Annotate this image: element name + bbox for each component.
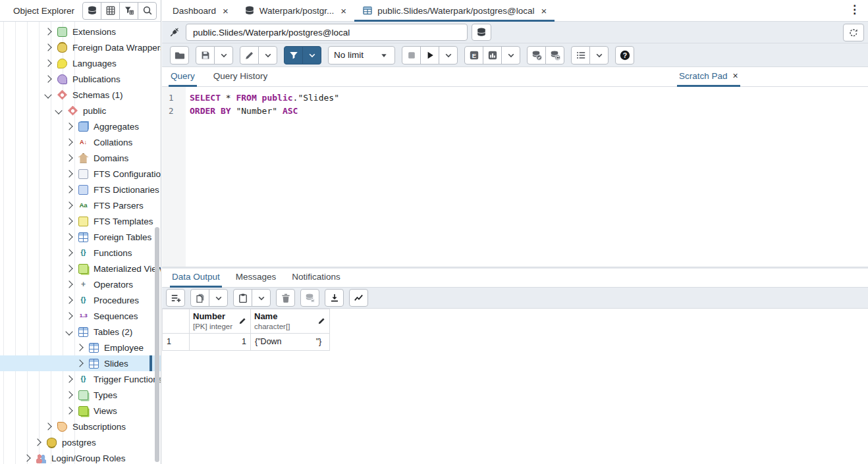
column-header-number[interactable]: Number[PK] integer <box>190 309 251 334</box>
chevron-right-icon[interactable] <box>76 344 83 351</box>
explain-menu-button[interactable] <box>501 46 520 64</box>
filtered-rows-button[interactable] <box>119 2 138 20</box>
chevron-right-icon[interactable] <box>23 454 30 461</box>
tab-dashboard[interactable]: Dashboard× <box>165 0 236 21</box>
close-tab-icon[interactable]: × <box>340 5 346 16</box>
tree-item-fts-configurations[interactable]: FTS Configurations <box>0 166 161 182</box>
chevron-right-icon[interactable] <box>65 249 72 256</box>
chevron-right-icon[interactable] <box>65 201 72 209</box>
chevron-right-icon[interactable] <box>65 407 72 414</box>
search-objects-button[interactable] <box>138 2 157 20</box>
sidebar-scrollbar[interactable] <box>155 227 159 462</box>
tab-messages[interactable]: Messages <box>234 268 279 287</box>
query-tool-button[interactable] <box>101 2 120 20</box>
edit-menu-button[interactable] <box>258 46 277 64</box>
graph-visualiser-button[interactable] <box>349 289 368 307</box>
paste-menu-button[interactable] <box>252 289 271 307</box>
tab-query[interactable]: Query <box>169 67 197 86</box>
tab-data-output[interactable]: Data Output <box>170 268 222 287</box>
tree-item-schemas-1[interactable]: Schemas (1) <box>0 87 161 103</box>
chevron-right-icon[interactable] <box>34 438 41 446</box>
filter-button[interactable] <box>284 46 303 64</box>
tree-item-aggregates[interactable]: Aggregates <box>0 118 161 134</box>
cell-name[interactable]: {"Down "} <box>251 334 330 351</box>
copy-button[interactable] <box>190 289 209 307</box>
tree-item-slides[interactable]: Slides <box>0 355 161 371</box>
chevron-right-icon[interactable] <box>65 280 72 288</box>
paste-button[interactable] <box>233 289 252 307</box>
download-button[interactable] <box>325 289 344 307</box>
stop-button[interactable] <box>402 46 421 64</box>
chevron-right-icon[interactable] <box>65 233 72 240</box>
tab-query-history[interactable]: Query History <box>211 67 270 86</box>
chevron-right-icon[interactable] <box>44 423 51 430</box>
explain-button[interactable]: E <box>464 46 483 64</box>
tree-item-collations[interactable]: A↓Collations <box>0 134 161 150</box>
save-file-menu-button[interactable] <box>214 46 233 64</box>
explain-analyze-button[interactable] <box>483 46 502 64</box>
tree-item-procedures[interactable]: {}Procedures <box>0 292 161 308</box>
close-tab-icon[interactable]: × <box>541 5 547 16</box>
chevron-right-icon[interactable] <box>65 312 72 319</box>
chevron-right-icon[interactable] <box>44 28 51 35</box>
macros-button[interactable] <box>571 46 590 64</box>
help-button[interactable]: ? <box>615 46 634 64</box>
more-menu-icon[interactable]: ⋮ <box>849 3 860 16</box>
tree-item-fts-templates[interactable]: FTS Templates <box>0 213 161 229</box>
tree-item-languages[interactable]: Languages <box>0 55 161 71</box>
chevron-right-icon[interactable] <box>65 186 72 193</box>
edit-column-icon[interactable] <box>317 317 326 327</box>
edit-column-icon[interactable] <box>238 317 247 327</box>
chevron-down-icon[interactable] <box>55 107 62 114</box>
macros-menu-button[interactable] <box>589 46 609 64</box>
tree-item-operators[interactable]: +Operators <box>0 276 161 292</box>
tree-item-employee[interactable]: Employee <box>0 340 161 355</box>
chevron-right-icon[interactable] <box>65 154 72 161</box>
tree-item-domains[interactable]: Domains <box>0 150 161 166</box>
tree-item-functions[interactable]: {}Functions <box>0 245 161 261</box>
add-row-button[interactable] <box>166 289 185 307</box>
close-icon[interactable]: × <box>733 70 738 81</box>
execute-button[interactable] <box>420 46 439 64</box>
tab-scratch-pad[interactable]: Scratch Pad× <box>677 66 740 86</box>
chevron-right-icon[interactable] <box>76 359 83 367</box>
save-file-button[interactable] <box>196 46 215 64</box>
tree-item-fts-parsers[interactable]: AaFTS Parsers <box>0 197 161 213</box>
chevron-right-icon[interactable] <box>65 296 72 303</box>
tree-item-materialized-views[interactable]: Materialized Views <box>0 261 161 276</box>
grid-corner-cell[interactable] <box>162 309 190 334</box>
tree-item-types[interactable]: Types <box>0 387 161 403</box>
tree-item-trigger-functions[interactable]: {}Trigger Functions <box>0 371 161 387</box>
chevron-right-icon[interactable] <box>65 138 72 145</box>
tree-item-fts-dictionaries[interactable]: FTS Dictionaries <box>0 182 161 197</box>
delete-row-button[interactable] <box>276 289 295 307</box>
cell-number[interactable]: 1 <box>190 334 251 351</box>
tree-item-sequences[interactable]: 1..3Sequences <box>0 308 161 324</box>
sql-editor[interactable]: 12 SELECT * FROM public."Slides"ORDER BY… <box>162 87 868 267</box>
column-header-name[interactable]: Namecharacter[] <box>251 309 330 334</box>
tree-item-postgres[interactable]: postgres <box>0 434 161 450</box>
chevron-right-icon[interactable] <box>44 75 51 82</box>
tree-item-foreign-data-wrappers[interactable]: Foreign Data Wrappers <box>0 39 161 55</box>
chevron-right-icon[interactable] <box>65 391 72 398</box>
tree-item-publications[interactable]: Publications <box>0 71 161 87</box>
tab-public-slides-waterpark-postgres-local[interactable]: public.Slides/Waterpark/postgres@local× <box>354 0 555 21</box>
auto-rollback-icon[interactable] <box>843 24 864 41</box>
sql-code[interactable]: SELECT * FROM public."Slides"ORDER BY "N… <box>186 87 339 267</box>
connection-database-button[interactable] <box>472 24 491 41</box>
tab-waterpark-postgr[interactable]: Waterpark/postgr...× <box>236 0 354 21</box>
tree-item-login-group-roles[interactable]: Login/Group Roles <box>0 450 161 464</box>
chevron-right-icon[interactable] <box>65 122 72 130</box>
copy-menu-button[interactable] <box>209 289 228 307</box>
commit-button[interactable] <box>527 46 546 64</box>
tree-item-views[interactable]: Views <box>0 403 161 419</box>
chevron-right-icon[interactable] <box>65 170 72 177</box>
save-data-button[interactable] <box>300 289 319 307</box>
row-number-cell[interactable]: 1 <box>162 334 190 351</box>
close-tab-icon[interactable]: × <box>223 5 229 16</box>
tree-item-subscriptions[interactable]: Subscriptions <box>0 419 161 434</box>
chevron-down-icon[interactable] <box>44 91 51 98</box>
tree-item-tables-2[interactable]: Tables (2) <box>0 324 161 340</box>
tree-item-foreign-tables[interactable]: Foreign Tables <box>0 229 161 245</box>
tab-notifications[interactable]: Notifications <box>290 268 342 287</box>
